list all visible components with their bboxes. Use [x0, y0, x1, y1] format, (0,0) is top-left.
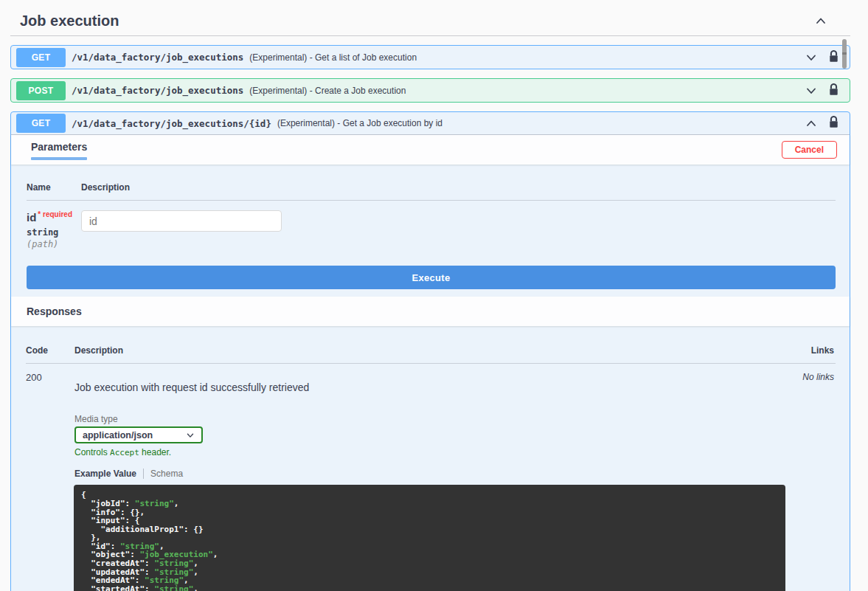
chevron-up-icon	[813, 13, 828, 28]
operation-path: /v1/data_factory/job_executions	[72, 85, 243, 96]
name-column-header: Name	[27, 182, 81, 193]
response-description: Job execution with request id successful…	[74, 381, 791, 393]
response-links: No links	[791, 372, 836, 591]
tab-parameters[interactable]: Parameters	[31, 140, 87, 160]
responses-section-header: Responses	[11, 297, 850, 326]
accept-header-hint: Controls Accept header.	[74, 447, 791, 457]
chevron-up-icon	[804, 116, 819, 131]
authorize-button[interactable]	[827, 82, 840, 100]
parameter-name: id	[27, 211, 36, 224]
collapse-operation-button[interactable]	[802, 114, 820, 132]
tab-schema[interactable]: Schema	[150, 469, 183, 479]
tab-example-value[interactable]: Example Value	[74, 469, 136, 479]
scrollbar-thumb[interactable]	[842, 39, 847, 69]
opblock-summary-get-list[interactable]: GET /v1/data_factory/job_executions (Exp…	[11, 46, 850, 69]
chevron-down-icon	[804, 50, 819, 65]
responses-table: Code Description Links 200 Job execution…	[11, 326, 850, 591]
parameter-row: id* required string (path)	[27, 201, 836, 266]
method-badge: POST	[16, 81, 66, 100]
opblock-get-list: GET /v1/data_factory/job_executions (Exp…	[10, 45, 850, 69]
swagger-tag-section: Job execution GET /v1/data_factory/job_e…	[10, 0, 850, 591]
model-example-tabs: Example Value Schema	[74, 469, 791, 479]
parameters-table: Name Description id* required string (pa…	[11, 165, 850, 266]
code-column-header: Code	[26, 345, 74, 356]
operation-description: (Experimental) - Get a list of Job execu…	[249, 52, 795, 63]
lock-icon	[829, 50, 839, 65]
parameter-location: (path)	[27, 239, 81, 249]
accept-code: Accept	[110, 448, 139, 457]
opblock-summary-post-create[interactable]: POST /v1/data_factory/job_executions (Ex…	[11, 79, 850, 102]
tab-divider	[143, 469, 144, 479]
operation-description: (Experimental) - Create a Job execution	[249, 86, 795, 96]
lock-icon	[829, 83, 839, 98]
execute-button[interactable]: Execute	[27, 266, 836, 289]
operation-description: (Experimental) - Get a Job execution by …	[277, 118, 795, 128]
chevron-down-icon	[804, 83, 819, 98]
id-parameter-input[interactable]	[81, 210, 282, 232]
collapse-section-button[interactable]	[812, 12, 830, 30]
expand-operation-button[interactable]	[802, 49, 820, 66]
page-title: Job execution	[20, 13, 119, 30]
cancel-button[interactable]: Cancel	[782, 141, 837, 159]
tag-header[interactable]: Job execution	[10, 0, 850, 36]
active-tab-underline	[31, 157, 87, 160]
operation-path: /v1/data_factory/job_executions/{id}	[72, 118, 271, 129]
expand-operation-button[interactable]	[802, 82, 820, 100]
lock-icon	[829, 116, 839, 131]
media-type-label: Media type	[74, 414, 791, 424]
description-column-header: Description	[81, 182, 130, 193]
response-row-200: 200 Job execution with request id succes…	[26, 364, 836, 591]
required-marker: * required	[38, 210, 72, 218]
example-code: { "jobId": "string", "info": {}, "input"…	[74, 485, 785, 591]
opblock-summary-get-by-id[interactable]: GET /v1/data_factory/job_executions/{id}…	[11, 112, 850, 135]
authorize-button[interactable]	[827, 49, 840, 66]
parameter-type: string	[27, 227, 81, 238]
opblock-post-create: POST /v1/data_factory/job_executions (Ex…	[10, 78, 850, 103]
responses-title: Responses	[27, 305, 82, 317]
parameters-section-header: Parameters Cancel	[11, 135, 850, 165]
authorize-button[interactable]	[827, 114, 840, 132]
method-badge: GET	[16, 48, 66, 67]
description-column-header: Description	[74, 345, 791, 356]
operation-path: /v1/data_factory/job_executions	[72, 52, 243, 63]
response-code: 200	[26, 372, 74, 591]
media-type-select[interactable]: application/json	[74, 426, 203, 443]
opblock-get-by-id: GET /v1/data_factory/job_executions/{id}…	[10, 111, 850, 591]
links-column-header: Links	[791, 345, 836, 356]
method-badge: GET	[16, 114, 66, 133]
